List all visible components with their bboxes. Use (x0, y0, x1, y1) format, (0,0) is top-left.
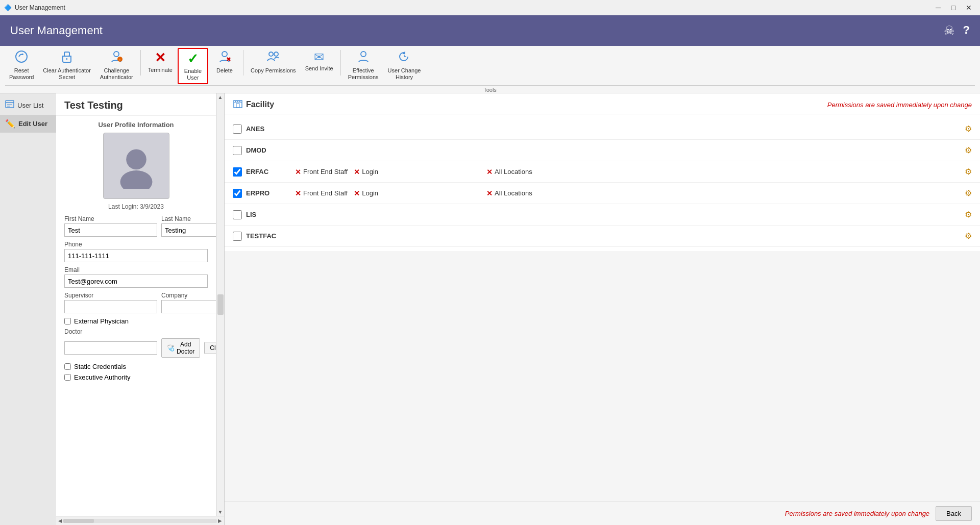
reset-password-icon (15, 50, 28, 66)
restore-button[interactable]: □ (946, 2, 961, 13)
erpro-tag-2-label: Login (362, 189, 378, 197)
toolbar-items: Reset Password Clear Authenticator Secre… (5, 48, 975, 84)
lis-checkbox[interactable] (233, 210, 242, 219)
erfac-settings-icon[interactable]: ⚙ (965, 167, 972, 177)
h-scroll-bar: ◀ ▶ (56, 516, 224, 525)
scroll-up-arrow[interactable]: ▲ (218, 94, 223, 100)
facility-row-dmod: DMOD ⚙ (225, 140, 980, 161)
first-name-group: First Name (64, 215, 157, 237)
svg-point-0 (16, 51, 27, 62)
send-invite-label: Send Invite (305, 65, 333, 72)
erfac-tags: ✕ Front End Staff ✕ Login ✕ All Location… (287, 168, 965, 176)
h-scroll-thumb[interactable] (63, 519, 94, 523)
reset-password-button[interactable]: Reset Password (5, 48, 38, 83)
doctor-input[interactable] (64, 341, 157, 355)
erpro-tag-1-x[interactable]: ✕ (295, 189, 301, 197)
terminate-button[interactable]: ✕ Terminate (144, 48, 177, 76)
challenge-auth-button[interactable]: ! Challenge Authenticator (96, 48, 137, 83)
enable-user-label: Enable User (184, 68, 202, 81)
supervisor-input[interactable] (64, 300, 157, 313)
add-doctor-button[interactable]: 🩺 Add Doctor (161, 338, 200, 358)
svg-text:!: ! (119, 58, 120, 62)
static-credentials-label: Static Credentials (74, 363, 126, 370)
erfac-tag-1-x[interactable]: ✕ (295, 168, 301, 176)
external-physician-checkbox[interactable] (64, 318, 71, 324)
user-change-history-button[interactable]: User Change History (384, 48, 425, 83)
anes-settings-icon[interactable]: ⚙ (965, 124, 972, 134)
sidebar-item-edit-user[interactable]: ✏️ Edit User (0, 115, 56, 133)
body-area: User List ✏️ Edit User Test Testing User… (0, 93, 980, 525)
send-invite-button[interactable]: ✉ Send Invite (301, 48, 337, 74)
clear-doctor-button[interactable]: Clear (204, 342, 216, 354)
effective-permissions-button[interactable]: Effective Permissions (344, 48, 383, 83)
executive-authority-checkbox[interactable] (64, 374, 71, 381)
header-icons: ☠ ? (944, 23, 970, 38)
effective-permissions-label: Effective Permissions (348, 67, 379, 81)
company-input[interactable] (161, 300, 216, 313)
svg-point-11 (361, 52, 366, 57)
lis-settings-icon[interactable]: ⚙ (965, 210, 972, 219)
email-input[interactable] (64, 274, 208, 288)
facility-header: Facility Permissions are saved immediate… (225, 93, 980, 114)
title-bar-title: User Management (15, 4, 65, 11)
erfac-tag-3: ✕ All Locations (486, 168, 532, 176)
enable-user-button[interactable]: ✓ Enable User (178, 48, 208, 84)
testfac-settings-icon[interactable]: ⚙ (965, 231, 972, 241)
doctor-row: 🩺 Add Doctor Clear (64, 338, 208, 358)
title-bar: 🔷 User Management ─ □ ✕ (0, 0, 980, 15)
facility-row-testfac: TESTFAC ⚙ (225, 226, 980, 247)
scroll-thumb[interactable] (217, 294, 224, 315)
sidebar-item-user-list[interactable]: User List (0, 95, 56, 115)
dmod-settings-icon[interactable]: ⚙ (965, 145, 972, 155)
scroll-down-arrow[interactable]: ▼ (218, 509, 223, 515)
avatar-svg (113, 143, 159, 189)
erfac-tag-1: ✕ Front End Staff (295, 168, 348, 176)
permissions-notice-top: Permissions are saved immediately upon c… (827, 101, 972, 109)
user-icon[interactable]: ☠ (944, 23, 955, 38)
svg-rect-25 (239, 101, 240, 102)
svg-rect-14 (6, 101, 14, 108)
bottom-bar: Permissions are saved immediately upon c… (225, 502, 980, 525)
erpro-settings-icon[interactable]: ⚙ (965, 188, 972, 198)
help-icon[interactable]: ? (963, 23, 970, 38)
app-title: User Management (10, 24, 103, 37)
anes-checkbox[interactable] (233, 124, 242, 134)
minimize-button[interactable]: ─ (931, 2, 945, 13)
erfac-tag-3-x[interactable]: ✕ (486, 168, 493, 176)
edit-user-icon: ✏️ (5, 119, 15, 129)
delete-button[interactable]: Delete (209, 48, 240, 76)
erpro-tag-3-x[interactable]: ✕ (486, 189, 493, 197)
erpro-tag-1: ✕ Front End Staff (295, 189, 348, 197)
copy-permissions-icon (266, 50, 280, 66)
h-scroll-right[interactable]: ▶ (218, 518, 222, 523)
challenge-auth-label: Challenge Authenticator (100, 67, 133, 81)
left-scroll-track[interactable]: ▲ ▼ (216, 93, 224, 516)
static-credentials-checkbox[interactable] (64, 363, 71, 370)
nav-sidebar: User List ✏️ Edit User (0, 93, 56, 525)
erpro-tag-2-x[interactable]: ✕ (354, 189, 360, 197)
toolbar: Reset Password Clear Authenticator Secre… (0, 46, 980, 93)
close-button[interactable]: ✕ (962, 2, 976, 13)
erfac-tag-3-label: All Locations (495, 168, 532, 176)
lis-name: LIS (246, 211, 287, 218)
h-scroll-track[interactable] (63, 519, 217, 523)
erfac-checkbox[interactable] (233, 167, 242, 177)
page-wrapper: 🔷 User Management ─ □ ✕ User Management … (0, 0, 980, 525)
erfac-tag-2-x[interactable]: ✕ (354, 168, 360, 176)
svg-point-3 (114, 52, 119, 57)
delete-icon (218, 50, 231, 66)
clear-authenticator-button[interactable]: Clear Authenticator Secret (39, 48, 95, 83)
dmod-checkbox[interactable] (233, 146, 242, 155)
phone-input[interactable] (64, 249, 208, 262)
app-header: User Management ☠ ? (0, 15, 980, 46)
static-credentials-row: Static Credentials (64, 363, 208, 370)
testfac-checkbox[interactable] (233, 232, 242, 241)
last-name-group: Last Name (161, 215, 216, 237)
erpro-checkbox[interactable] (233, 189, 242, 198)
copy-permissions-button[interactable]: Copy Permissions (247, 48, 300, 76)
h-scroll-left[interactable]: ◀ (58, 518, 62, 523)
first-name-input[interactable] (64, 223, 157, 237)
dmod-name: DMOD (246, 146, 287, 154)
back-button[interactable]: Back (936, 506, 972, 521)
last-name-input[interactable] (161, 223, 216, 237)
